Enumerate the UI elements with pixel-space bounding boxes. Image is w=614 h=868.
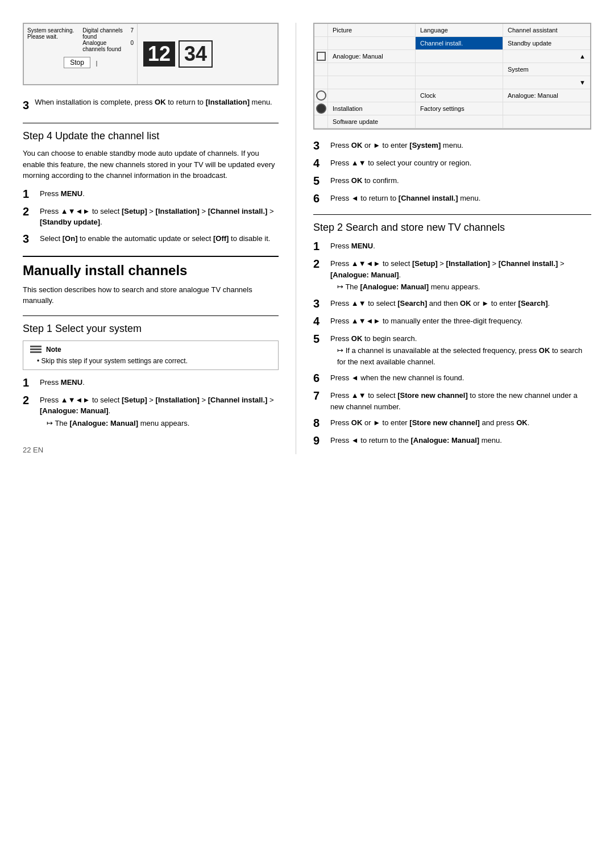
menu-row-7: Installation Factory settings xyxy=(314,102,590,115)
digital-label: Digital channels found xyxy=(82,27,125,40)
step3-content: When installation is complete, press OK … xyxy=(35,97,272,108)
menu-side-6 xyxy=(314,89,328,102)
num-box-left: 12 xyxy=(143,41,175,67)
tv-screenshot: System searching. Please wait. Digital c… xyxy=(23,23,279,85)
menu-icon-sq xyxy=(317,52,326,61)
menu-cell-language: Language xyxy=(416,24,503,36)
search-step-1: 1 Press MENU. xyxy=(313,239,591,253)
menu-row-6: Clock Analogue: Manual xyxy=(314,89,590,102)
tv-icon xyxy=(316,103,326,114)
menu-cell-standby-update: Standby update xyxy=(503,37,590,49)
menu-side-7 xyxy=(314,102,328,115)
step3-num: 3 xyxy=(23,97,29,114)
menu-cell-empty-3 xyxy=(328,63,416,76)
menu-screenshot: Picture Language Channel assistant Chann… xyxy=(313,23,591,130)
menu-cell-empty-10 xyxy=(503,115,590,128)
num-box-right: 34 xyxy=(179,40,213,68)
select-steps-list: 1 Press MENU. 2 Press ▲▼◄► to select [Se… xyxy=(23,376,279,429)
select-step-2: 2 Press ▲▼◄► to select [Setup] > [Instal… xyxy=(23,393,279,429)
searching-text: System searching. Please wait. xyxy=(27,27,82,52)
search-step-8: 8 Press OK or ► to enter [Store new chan… xyxy=(313,416,591,430)
search-step-5-arrow: If a channel is unavailable at the selec… xyxy=(330,345,591,367)
menu-cell-empty-1 xyxy=(328,37,416,49)
search-step-9: 9 Press ◄ to return to the [Analogue: Ma… xyxy=(313,434,591,447)
menu-side-3 xyxy=(314,50,328,63)
system-step-3: 3 Press OK or ► to enter [System] menu. xyxy=(313,139,591,152)
step2-heading: Step 2 Search and store new TV channels xyxy=(313,222,591,234)
update-step-1: 1 Press MENU. xyxy=(23,187,279,201)
note-box: Note Skip this step if your system setti… xyxy=(23,340,279,370)
menu-cell-analogue-manual-2: Analogue: Manual xyxy=(503,89,590,102)
menu-side-5 xyxy=(314,76,328,89)
menu-side-1 xyxy=(314,24,328,36)
search-step-3: 3 Press ▲▼ to select [Search] and then O… xyxy=(313,297,591,310)
tv-screenshot-left: System searching. Please wait. Digital c… xyxy=(24,24,138,84)
note-header: Note xyxy=(30,346,271,354)
menu-cell-empty-6 xyxy=(416,76,503,89)
system-step-5: 5 Press OK to confirm. xyxy=(313,174,591,188)
divider-right xyxy=(313,214,591,215)
right-column: Picture Language Channel assistant Chann… xyxy=(296,23,591,454)
digital-count: 7 xyxy=(130,27,134,40)
menu-cell-system: System xyxy=(503,63,590,76)
tv-top-bar: System searching. Please wait. Digital c… xyxy=(27,27,134,52)
note-title: Note xyxy=(46,346,61,354)
menu-row-2: Channel install. Standby update xyxy=(314,37,590,50)
menu-side-4 xyxy=(314,63,328,76)
system-step-4: 4 Press ▲▼ to select your country or reg… xyxy=(313,156,591,170)
left-column: System searching. Please wait. Digital c… xyxy=(23,23,296,454)
search-step-4: 4 Press ▲▼◄► to manually enter the three… xyxy=(313,314,591,328)
menu-cell-up-arrow: ▲ xyxy=(503,50,590,63)
search-step-2: 2 Press ▲▼◄► to select [Setup] > [Instal… xyxy=(313,257,591,293)
menu-cell-empty-7 xyxy=(328,89,416,102)
menu-cell-channel-assistant: Channel assistant xyxy=(503,24,590,36)
update-step-3: 3 Select [On] to enable the automatic up… xyxy=(23,232,279,246)
note-bullet: Skip this step if your system settings a… xyxy=(30,357,271,365)
menu-cell-software-update: Software update xyxy=(328,115,416,128)
divider-2 xyxy=(23,315,279,316)
menu-row-8: Software update xyxy=(314,115,590,128)
system-steps-list: 3 Press OK or ► to enter [System] menu. … xyxy=(313,139,591,205)
menu-row-3: Analogue: Manual ▲ xyxy=(314,50,590,63)
menu-cell-installation: Installation xyxy=(328,102,416,115)
menu-cell-picture: Picture xyxy=(328,24,416,36)
analogue-label: Analogue channels found xyxy=(82,40,125,52)
select-step-1: 1 Press MENU. xyxy=(23,376,279,389)
update-step-2: 2 Press ▲▼◄► to select [Setup] > [Instal… xyxy=(23,205,279,228)
menu-cell-empty-5 xyxy=(328,76,416,89)
search-step-6: 6 Press ◄ when the new channel is found. xyxy=(313,371,591,385)
gear-icon xyxy=(316,90,326,101)
select-step-2-arrow: The [Analogue: Manual] menu appears. xyxy=(40,418,279,429)
analogue-found-row: Analogue channels found 0 xyxy=(82,40,134,52)
step3-text: 3 When installation is complete, press O… xyxy=(23,97,279,114)
manually-heading: Manually install channels xyxy=(23,256,279,279)
search-step-2-arrow: The [Analogue: Manual] menu appears. xyxy=(330,281,591,293)
divider-1 xyxy=(23,123,279,123)
tv-number-display: 12 34 xyxy=(138,24,218,84)
tv-found-info: Digital channels found 7 Analogue channe… xyxy=(82,27,134,52)
search-step-5: 5 Press OK to begin search. If a channel… xyxy=(313,332,591,368)
menu-cell-empty-4 xyxy=(416,63,503,76)
tv-progress xyxy=(96,61,97,67)
menu-cell-clock: Clock xyxy=(416,89,503,102)
menu-side-8 xyxy=(314,115,328,128)
menu-cell-analogue-manual-1: Analogue: Manual xyxy=(328,50,416,63)
search-steps-list: 1 Press MENU. 2 Press ▲▼◄► to select [Se… xyxy=(313,239,591,447)
menu-cell-empty-9 xyxy=(416,115,503,128)
menu-row-4: System xyxy=(314,63,590,76)
step4-heading: Step 4 Update the channel list xyxy=(23,130,279,142)
menu-row-1: Picture Language Channel assistant xyxy=(314,24,590,37)
stop-button[interactable]: Stop xyxy=(64,57,90,68)
menu-row-5: ▼ xyxy=(314,76,590,89)
menu-cell-empty-2 xyxy=(416,50,503,63)
menu-cell-empty-8 xyxy=(503,102,590,115)
manual-body: This section describes how to search and… xyxy=(23,284,279,306)
progress-bar xyxy=(96,61,97,67)
step4-body: You can choose to enable standby mode au… xyxy=(23,148,279,181)
menu-cell-down-arrow: ▼ xyxy=(503,76,590,89)
update-steps-list: 1 Press MENU. 2 Press ▲▼◄► to select [Se… xyxy=(23,187,279,246)
page-footer: 22 EN xyxy=(23,446,279,454)
search-step-7: 7 Press ▲▼ to select [Store new channel]… xyxy=(313,389,591,412)
menu-cell-factory-settings: Factory settings xyxy=(416,102,503,115)
system-step-6: 6 Press ◄ to return to [Channel install.… xyxy=(313,192,591,205)
